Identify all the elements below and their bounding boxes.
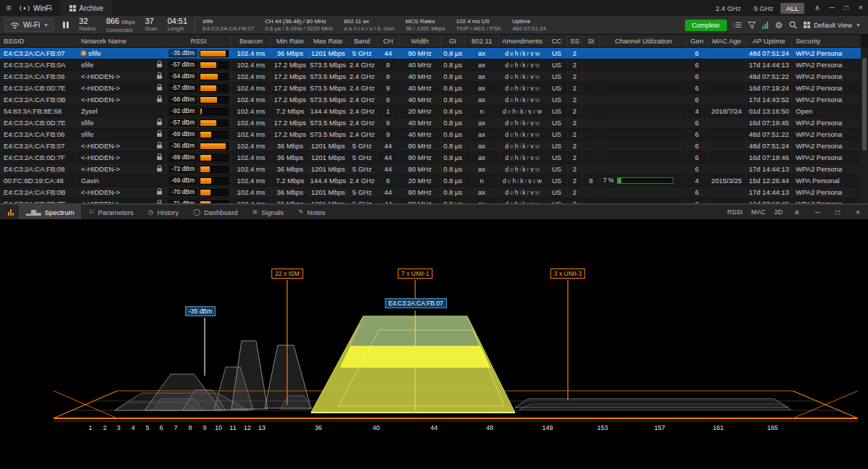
table-row[interactable]: E4:C3:2A:CB:0D:7E<-HIDDEN->-57 dBm102.4 … [0, 83, 861, 94]
mac_age-cell [707, 152, 746, 163]
table-row[interactable]: E4:C3:2A:CA:FB:0B<-HIDDEN->-56 dBm102.4 … [0, 94, 861, 106]
panel-maximize-button[interactable]: □ [832, 208, 843, 216]
scrollbar-thumb[interactable] [862, 58, 867, 151]
tab-parameters[interactable]: ⚐Parameters [81, 204, 140, 220]
tab-dashboard[interactable]: ◯Dashboard [186, 204, 245, 220]
min_rate-cell: 7.2 Mbps [271, 175, 310, 186]
channel-utilization-cell [600, 48, 687, 59]
table-row[interactable]: E4:C3:2A:CA:FB:0Asfife-57 dBm102.4 ms17.… [0, 59, 861, 71]
cc-cell: US [546, 117, 568, 128]
network-name-cell: Zyxel [77, 106, 166, 117]
selected-network-shape[interactable] [311, 316, 515, 413]
security-cell: WPA2 Personal [792, 59, 843, 70]
table-row[interactable]: E4:C3:2A:CA:FB:08<-HIDDEN->-72 dBm102.4 … [0, 164, 861, 175]
table-row[interactable]: 00:FC:8D:19:CA:48Gavin-69 dBm102.4 ms7.2… [0, 175, 861, 187]
table-row[interactable]: E4:C3:2A:CA:FB:07sfife-35 dBm102.4 ms36 … [0, 48, 861, 59]
tab-spectrum[interactable]: ▂▆▃Spectrum [19, 204, 81, 220]
column-header-mac_age[interactable]: MAC Age [707, 35, 746, 47]
column-header-cc[interactable]: CC [546, 35, 568, 47]
column-header-amendments[interactable]: Amendments [499, 35, 546, 47]
signal-bars-icon[interactable] [762, 21, 768, 29]
grid-view-icon [804, 22, 810, 28]
search-icon[interactable] [789, 21, 797, 29]
button-rssi[interactable]: RSSI [727, 208, 742, 216]
channel-utilization-cell [600, 83, 687, 93]
app-menu-icon[interactable]: ≡ [0, 3, 17, 13]
gen-cell: 6 [687, 187, 707, 198]
tab-archive[interactable]: Archive [61, 0, 112, 16]
column-header-name[interactable]: Network Name [77, 35, 166, 47]
pause-button[interactable] [63, 22, 69, 28]
list-view-icon[interactable] [733, 22, 741, 28]
channel-tick: 3 [116, 424, 120, 431]
collapse-ribbon-button[interactable]: ∧ [810, 0, 825, 16]
column-header-beacon[interactable]: Beacon [231, 35, 271, 47]
filter-icon[interactable] [748, 22, 756, 29]
width-cell: 80 MHz [399, 48, 441, 59]
button-2d[interactable]: 2D [774, 208, 783, 216]
settings-gear-icon[interactable]: ⚙ [775, 21, 783, 30]
band-button-2-4-ghz[interactable]: 2.4 GHz [710, 3, 746, 14]
panel-minimize-button[interactable]: ─ [812, 208, 823, 216]
table-body: E4:C3:2A:CA:FB:07sfife-35 dBm102.4 ms36 … [0, 48, 861, 203]
channel-utilization-cell [600, 71, 687, 82]
column-header-gen[interactable]: Gen [687, 35, 707, 47]
cc-cell: US [546, 175, 568, 186]
table-row[interactable]: E4:C3:2A:CB:0D:7Esfife-57 dBm102.4 ms17.… [0, 117, 861, 129]
tab-history[interactable]: ◷History [141, 204, 186, 220]
filler-cell [843, 71, 861, 82]
gen-cell: 6 [687, 140, 707, 151]
notes-icon: ✎ [298, 209, 304, 216]
column-header-ss[interactable]: SS [568, 35, 582, 47]
table-row[interactable]: E4:C3:2A:CA:FB:0B<-HIDDEN->-70 dBm102.4 … [0, 187, 861, 198]
gi-cell: 0.8 µs [441, 152, 465, 163]
column-header-ch[interactable]: CH [378, 35, 399, 47]
ss-cell: 2 [568, 164, 582, 174]
max_rate-cell: 144.4 Mbps [310, 175, 347, 186]
gi-cell: 0.8 µs [441, 175, 465, 186]
column-header-band[interactable]: Band [347, 35, 378, 47]
column-header-rssi[interactable]: RSSI [166, 35, 231, 47]
ch-cell: 44 [378, 187, 399, 198]
spectrum-view[interactable]: 22 x ISM7 x UNII-13 x UNII-3 -35 dBm E4:… [0, 219, 868, 469]
std-cell: ax [465, 71, 499, 82]
table-row[interactable]: E4:C3:2A:CA:FB:06sfife-69 dBm102.4 ms17.… [0, 129, 861, 140]
gen-cell: 6 [687, 83, 707, 93]
table-row[interactable]: 54:83:3A:FB:8E:68Zyxel-92 dBm102.4 ms7.2… [0, 106, 861, 117]
table-row[interactable]: E4:C3:2A:CA:FB:06<-HIDDEN->-54 dBm102.4 … [0, 71, 861, 83]
close-button[interactable]: × [854, 0, 868, 16]
band-filter-group: 2.4 GHz5 GHzALL [710, 3, 804, 14]
table-scrollbar[interactable] [861, 48, 868, 203]
view-selector[interactable]: Default View ▼ [804, 21, 864, 29]
width-cell: 80 MHz [399, 187, 441, 198]
panel-close-button[interactable]: × [852, 208, 864, 216]
column-header-min_rate[interactable]: Min Rate [271, 35, 310, 47]
channel-tick: 2 [103, 424, 106, 431]
band-button-5-ghz[interactable]: 5 GHz [748, 3, 779, 14]
panel-menu-icon[interactable]: ≡ [791, 208, 803, 216]
column-header-width[interactable]: Width [399, 35, 441, 47]
maximize-button[interactable]: □ [839, 0, 854, 16]
gi-cell: 0.8 µs [441, 198, 465, 203]
spectrum-canvas[interactable] [0, 219, 868, 469]
column-header-bssid[interactable]: BSSID [0, 35, 77, 47]
ap_uptime-cell: 17d 14:43:52 [746, 94, 792, 105]
column-header-max_rate[interactable]: Max Rate [310, 35, 347, 47]
column-header-st[interactable]: St [582, 35, 600, 47]
column-header-util[interactable]: Channel Utilization [600, 35, 687, 47]
channel-tick: 36 [315, 424, 322, 431]
band-button-all[interactable]: ALL [780, 3, 804, 14]
column-header-std[interactable]: 802.11 [465, 35, 499, 47]
table-row[interactable]: E4:C3:2A:CA:FB:07<-HIDDEN->-36 dBm102.4 … [0, 140, 861, 152]
tab-signals[interactable]: ≋Signals [245, 204, 292, 220]
column-header-security[interactable]: Security [792, 35, 843, 47]
button-mac[interactable]: MAC [751, 208, 765, 216]
lock-icon [157, 87, 162, 90]
minimize-button[interactable]: ─ [825, 0, 839, 16]
adapter-selector[interactable]: Wi-Fi ▼ [4, 18, 54, 32]
column-header-gi[interactable]: GI [441, 35, 465, 47]
table-row[interactable]: E4:C3:2A:CB:0D:7E<-HIDDEN->-71 dBm102.4 … [0, 198, 861, 203]
tab-notes[interactable]: ✎Notes [291, 204, 332, 220]
table-row[interactable]: E4:C3:2A:CB:0D:7F<-HIDDEN->-69 dBm102.4 … [0, 152, 861, 164]
column-header-ap_uptime[interactable]: AP Uptime [746, 35, 792, 47]
